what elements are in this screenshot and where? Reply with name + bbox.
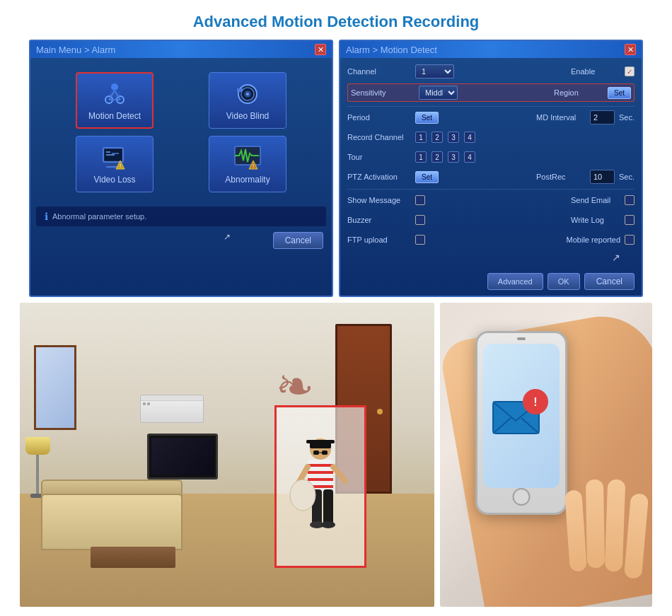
email-notification-icon: !	[489, 384, 553, 448]
video-loss-label: Video Loss	[93, 175, 135, 185]
intruder-detection-box	[274, 405, 366, 568]
buzzer-checkbox[interactable]: □	[415, 215, 425, 225]
video-loss-icon: !	[100, 144, 129, 172]
alarm-panel-titlebar: Main Menu > Alarm ✕	[30, 41, 332, 58]
send-email-checkbox[interactable]: □	[625, 195, 635, 205]
alarm-panel-close[interactable]: ✕	[315, 44, 326, 55]
sensitivity-region-row: Sensitivity MiddleLowHigh Region Set	[347, 83, 635, 102]
ftp-upload-label: FTP upload	[347, 236, 411, 244]
record-ch-1[interactable]: 1	[415, 132, 427, 143]
svg-point-42	[290, 480, 315, 511]
sensitivity-select[interactable]: MiddleLowHigh	[419, 86, 458, 100]
lr-tv-screen	[151, 438, 214, 475]
record-channel-label: Record Channel	[347, 133, 411, 141]
alarm-item-motion-detect[interactable]: Motion Detect	[52, 72, 178, 129]
svg-line-37	[333, 467, 345, 481]
svg-rect-27	[306, 440, 335, 443]
alarm-grid: Motion Detect	[30, 58, 332, 207]
phone-speaker	[517, 337, 526, 340]
tour-ch-1[interactable]: 1	[415, 151, 427, 163]
mobile-reported-checkbox[interactable]: □	[625, 235, 635, 245]
md-interval-label: MD Interval	[536, 113, 586, 122]
abnormality-icon: !	[233, 144, 262, 172]
enable-checkbox[interactable]: ✓	[625, 66, 635, 76]
tour-ch-3[interactable]: 3	[448, 151, 459, 163]
svg-point-10	[246, 93, 249, 95]
show-message-checkbox[interactable]: □	[415, 195, 425, 205]
intruder-figure	[278, 410, 363, 566]
record-ch-4[interactable]: 4	[464, 132, 475, 143]
ok-button[interactable]: OK	[548, 273, 580, 290]
alarm-item-motion-detect-box[interactable]: Motion Detect	[76, 72, 153, 129]
sensitivity-label: Sensitivity	[351, 88, 415, 97]
motion-detect-label: Motion Detect	[88, 111, 141, 121]
record-ch-2[interactable]: 2	[431, 132, 443, 143]
alarm-item-video-blind-box[interactable]: Video Blind	[209, 72, 286, 129]
motion-cancel-button[interactable]: Cancel	[584, 273, 635, 290]
channel-select[interactable]: 1234	[415, 64, 454, 79]
info-icon: ℹ	[45, 211, 48, 222]
cursor-indicator: ↗	[347, 252, 635, 263]
postrec-label: PostRec	[536, 173, 586, 181]
lr-lamp-shade	[25, 437, 50, 455]
mobile-reported-label: Mobile reported	[567, 236, 620, 244]
lr-lamp-pole	[36, 455, 39, 494]
send-email-label: Send Email	[571, 196, 620, 204]
record-channel-row: Record Channel 1 2 3 4	[347, 129, 635, 145]
region-label: Region	[554, 88, 603, 97]
lr-tv	[147, 434, 218, 480]
svg-point-41	[321, 521, 335, 528]
region-set-button[interactable]: Set	[608, 87, 631, 99]
tour-ch-2[interactable]: 2	[431, 151, 443, 163]
tour-row: Tour 1 2 3 4	[347, 149, 635, 165]
svg-text:!: !	[533, 396, 537, 408]
buzzer-label: Buzzer	[347, 216, 411, 224]
record-ch-3[interactable]: 3	[448, 132, 459, 143]
hand-fingers	[525, 444, 652, 586]
svg-rect-39	[323, 489, 333, 525]
enable-label: Enable	[571, 67, 620, 76]
phone-scene: !	[440, 303, 652, 607]
svg-rect-28	[313, 451, 319, 455]
ptz-postrec-row: PTZ Activation Set PostRec Sec.	[347, 169, 635, 185]
screenshots-row: Main Menu > Alarm ✕	[0, 40, 672, 297]
motion-panel-close[interactable]: ✕	[625, 44, 636, 55]
period-set-button[interactable]: Set	[415, 112, 439, 124]
svg-text:!: !	[253, 163, 254, 169]
lr-sofa	[41, 494, 183, 550]
alarm-item-video-loss-box[interactable]: ! Video Loss	[76, 136, 153, 192]
alarm-item-video-blind[interactable]: Video Blind	[185, 72, 311, 129]
video-blind-label: Video Blind	[226, 111, 270, 121]
lr-coffee-table	[91, 547, 175, 568]
alarm-item-video-loss[interactable]: ! Video Loss	[52, 136, 178, 192]
lr-door-handle	[377, 409, 383, 414]
living-room-scene: ❧	[20, 303, 434, 607]
alarm-item-abnormality-box[interactable]: ! Abnormality	[209, 136, 286, 192]
period-interval-row: Period Set MD Interval Sec.	[347, 110, 635, 125]
alarm-info-text: Abnormal parameter setup.	[52, 212, 146, 221]
alarm-info-bar: ℹ Abnormal parameter setup.	[36, 207, 326, 226]
md-interval-input[interactable]	[590, 110, 615, 124]
buzzer-writelog-row: Buzzer □ Write Log □	[347, 212, 635, 228]
write-log-checkbox[interactable]: □	[625, 215, 635, 225]
alarm-cancel-button[interactable]: Cancel	[273, 232, 323, 249]
advanced-button[interactable]: Advanced	[487, 273, 543, 290]
alarm-cancel-row: ↗ Cancel	[30, 226, 332, 256]
ftp-upload-checkbox[interactable]: □	[415, 235, 425, 245]
motion-panel-titlebar: Alarm > Motion Detect ✕	[340, 41, 642, 58]
svg-rect-29	[322, 451, 328, 455]
write-log-label: Write Log	[571, 216, 620, 224]
images-row: ❧	[0, 303, 672, 607]
alarm-item-abnormality[interactable]: ! Abnormality	[185, 136, 311, 192]
tour-ch-4[interactable]: 4	[464, 151, 475, 163]
abnormality-label: Abnormality	[225, 175, 270, 185]
ptz-set-button[interactable]: Set	[415, 171, 439, 183]
motion-form: Channel 1234 Enable ✓ Sensitivity Middle…	[340, 58, 642, 269]
ftp-mobile-row: FTP upload □ Mobile reported □	[347, 232, 635, 248]
channel-enable-row: Channel 1234 Enable ✓	[347, 64, 635, 79]
page-title: Advanced Motion Detection Recording	[0, 0, 672, 40]
postrec-input[interactable]	[590, 170, 615, 184]
period-label: Period	[347, 113, 411, 122]
channel-label: Channel	[347, 67, 411, 76]
motion-detect-icon	[100, 80, 129, 108]
